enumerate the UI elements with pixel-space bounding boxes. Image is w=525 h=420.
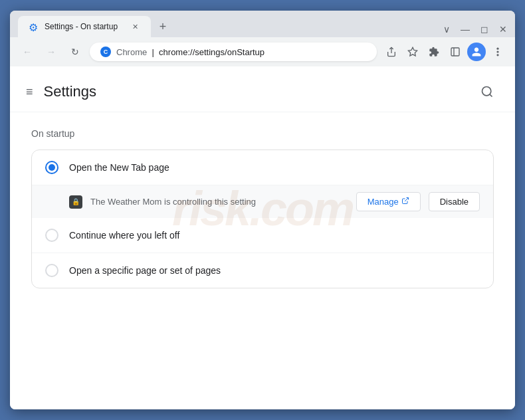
- new-tab-button[interactable]: +: [154, 17, 172, 36]
- main-content: risk.com On startup Open the New Tab pag…: [10, 112, 515, 304]
- radio-new-tab[interactable]: [45, 161, 58, 174]
- radio-continue[interactable]: [45, 229, 58, 242]
- search-button[interactable]: [475, 80, 499, 104]
- sidebar-icon[interactable]: [446, 43, 465, 61]
- settings-card: Open the New Tab page 🔒 The Weather Mom …: [31, 150, 494, 288]
- title-bar: ⚙ Settings - On startup ✕ + ∨ — ◻ ✕: [10, 11, 515, 37]
- svg-line-9: [405, 198, 409, 202]
- page-title: Settings: [44, 83, 97, 100]
- option-new-tab[interactable]: Open the New Tab page: [32, 150, 493, 185]
- chevron-down-icon[interactable]: ∨: [443, 24, 450, 35]
- extensions-icon[interactable]: [425, 43, 443, 61]
- svg-point-5: [496, 51, 498, 52]
- tab-close-button[interactable]: ✕: [130, 21, 140, 32]
- browser-window: ⚙ Settings - On startup ✕ + ∨ — ◻ ✕ ← → …: [10, 11, 515, 409]
- toolbar: ← → ↻ C Chrome | chrome://settings/onSta…: [10, 37, 515, 66]
- close-button[interactable]: ✕: [499, 24, 507, 35]
- address-chrome-part: Chrome: [116, 47, 147, 57]
- refresh-button[interactable]: ↻: [66, 43, 84, 61]
- section-label: On startup: [31, 128, 494, 139]
- extension-control-row: 🔒 The Weather Mom is controlling this se…: [32, 185, 493, 218]
- address-bar[interactable]: C Chrome | chrome://settings/onStartup: [90, 43, 377, 61]
- profile-button[interactable]: [467, 43, 486, 61]
- settings-title-group: ≡ Settings: [26, 83, 96, 100]
- manage-label: Manage: [368, 197, 399, 207]
- option-specific-page-label: Open a specific page or set of pages: [69, 265, 221, 276]
- option-new-tab-label: Open the New Tab page: [69, 162, 169, 173]
- svg-point-4: [496, 48, 498, 50]
- address-url: chrome://settings/onStartup: [159, 47, 264, 57]
- minimize-button[interactable]: —: [461, 24, 470, 35]
- radio-specific-page[interactable]: [45, 264, 58, 277]
- option-continue-label: Continue where you left off: [69, 230, 179, 241]
- svg-point-7: [482, 87, 491, 96]
- back-button[interactable]: ←: [18, 43, 37, 61]
- extension-icon: 🔒: [69, 195, 82, 209]
- window-controls: ∨ — ◻ ✕: [443, 24, 507, 37]
- hamburger-icon[interactable]: ≡: [26, 85, 33, 99]
- settings-header: ≡ Settings: [10, 66, 515, 112]
- option-specific-page[interactable]: Open a specific page or set of pages: [32, 253, 493, 288]
- forward-button[interactable]: →: [42, 43, 60, 61]
- address-text: Chrome | chrome://settings/onStartup: [116, 47, 366, 57]
- extension-text: The Weather Mom is controlling this sett…: [90, 197, 348, 207]
- site-icon: C: [100, 47, 111, 57]
- svg-point-6: [496, 54, 498, 56]
- content-area: ≡ Settings risk.com On startup: [10, 66, 515, 409]
- tab-favicon: ⚙: [29, 21, 39, 32]
- restore-button[interactable]: ◻: [480, 24, 488, 35]
- option-continue[interactable]: Continue where you left off: [32, 218, 493, 253]
- toolbar-icons: [382, 43, 507, 61]
- bookmark-icon[interactable]: [403, 43, 422, 61]
- svg-line-8: [490, 94, 492, 97]
- menu-icon[interactable]: [488, 43, 507, 61]
- svg-rect-2: [451, 48, 459, 56]
- svg-marker-1: [408, 47, 417, 56]
- manage-button[interactable]: Manage: [356, 192, 421, 211]
- tab-title: Settings - On startup: [45, 22, 124, 31]
- disable-button[interactable]: Disable: [429, 192, 480, 211]
- share-icon[interactable]: [382, 43, 401, 61]
- active-tab[interactable]: ⚙ Settings - On startup ✕: [18, 16, 151, 37]
- external-link-icon: [401, 197, 409, 207]
